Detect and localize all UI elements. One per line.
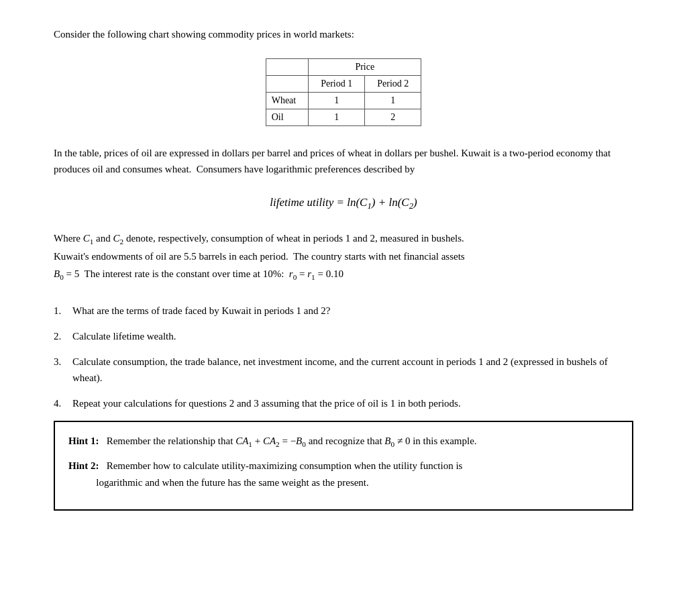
wheat-period2: 1 xyxy=(365,92,421,109)
price-table: Price Period 1 Period 2 Wheat 1 1 Oil 1 … xyxy=(266,58,422,126)
question-1: 1. What are the terms of trade faced by … xyxy=(54,303,633,319)
where-line2: Kuwait's endowments of oil are 5.5 barre… xyxy=(54,248,633,266)
empty-cell xyxy=(266,58,309,75)
period2-header: Period 2 xyxy=(365,75,421,92)
hint1-label: Hint 1: xyxy=(68,435,99,446)
where-block: Where C1 and C2 denote, respectively, co… xyxy=(54,230,633,284)
period1-header: Period 1 xyxy=(309,75,365,92)
q3-text: Calculate consumption, the trade balance… xyxy=(72,354,633,386)
price-header: Price xyxy=(309,58,421,75)
description-paragraph: In the table, prices of oil are expresse… xyxy=(54,145,633,177)
oil-label: Oil xyxy=(266,109,309,125)
formula-text: lifetime utility = ln(C1) + ln(C2) xyxy=(270,196,417,209)
price-table-container: Price Period 1 Period 2 Wheat 1 1 Oil 1 … xyxy=(54,58,633,126)
where-line1: Where C1 and C2 denote, respectively, co… xyxy=(54,230,633,248)
where-line3: B0 = 5 The interest rate is the constant… xyxy=(54,266,633,284)
question-3: 3. Calculate consumption, the trade bala… xyxy=(54,354,633,386)
hint1-line: Hint 1: Remember the relationship that C… xyxy=(68,433,619,451)
question-4: 4. Repeat your calculations for question… xyxy=(54,395,633,411)
q2-number: 2. xyxy=(54,328,72,344)
oil-period1: 1 xyxy=(309,109,365,125)
hint2-label: Hint 2: xyxy=(68,460,99,471)
formula-display: lifetime utility = ln(C1) + ln(C2) xyxy=(54,196,633,211)
empty-sub-cell xyxy=(266,75,309,92)
q4-number: 4. xyxy=(54,395,72,411)
question-2: 2. Calculate lifetime wealth. xyxy=(54,328,633,344)
hint-box: Hint 1: Remember the relationship that C… xyxy=(54,421,633,511)
questions-list: 1. What are the terms of trade faced by … xyxy=(54,303,633,411)
hint2-line: Hint 2: Remember how to calculate utilit… xyxy=(68,458,619,492)
q1-number: 1. xyxy=(54,303,72,319)
oil-period2: 2 xyxy=(365,109,421,125)
q4-text: Repeat your calculations for questions 2… xyxy=(72,395,633,411)
wheat-period1: 1 xyxy=(309,92,365,109)
q3-number: 3. xyxy=(54,354,72,386)
wheat-label: Wheat xyxy=(266,92,309,109)
q2-text: Calculate lifetime wealth. xyxy=(72,328,633,344)
intro-paragraph: Consider the following chart showing com… xyxy=(54,27,633,42)
q1-text: What are the terms of trade faced by Kuw… xyxy=(72,303,633,319)
